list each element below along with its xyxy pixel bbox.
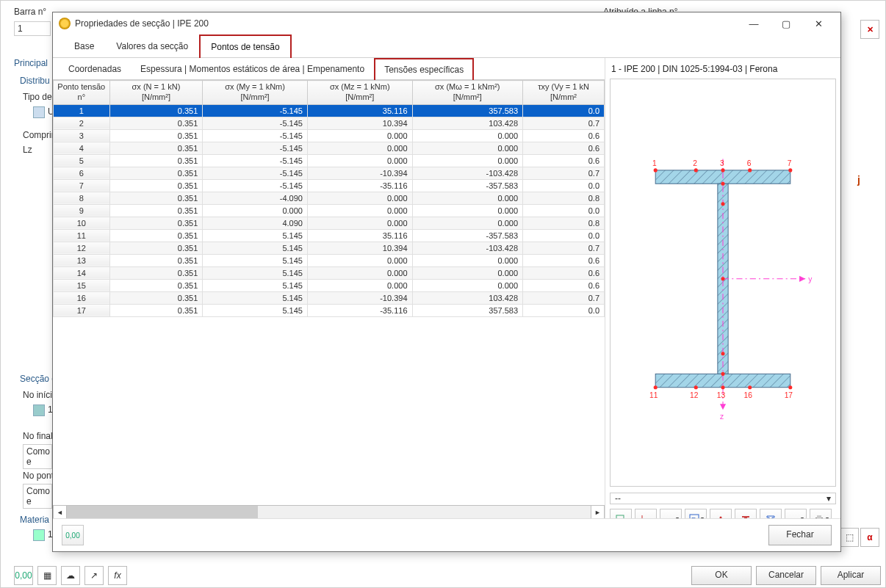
cell[interactable]: 103.428: [412, 117, 523, 129]
cell[interactable]: 0.6: [523, 154, 605, 167]
cell[interactable]: 5.145: [203, 266, 308, 279]
hscrollbar[interactable]: ◄ ►: [53, 506, 605, 518]
cell[interactable]: -5.145: [203, 179, 308, 192]
table-row[interactable]: 30.351-5.1450.0000.0000.6: [54, 129, 605, 142]
cell[interactable]: 0.6: [523, 129, 605, 142]
cell[interactable]: 0.000: [412, 154, 523, 167]
table-row[interactable]: 150.3515.1450.0000.0000.6: [54, 279, 605, 291]
scroll-right-button[interactable]: ►: [591, 505, 605, 518]
scroll-left-button[interactable]: ◄: [53, 505, 67, 518]
tool-stress-points[interactable]: [710, 509, 732, 518]
table-row[interactable]: 10.351-5.14535.116357.5830.0: [54, 104, 605, 117]
row-header[interactable]: 9: [54, 204, 110, 217]
cell[interactable]: 0.000: [307, 154, 412, 167]
stress-points-table[interactable]: Ponto tensão n° σx (N = 1 kN)[N/mm²] σx …: [53, 80, 605, 317]
cell[interactable]: 0.6: [523, 254, 605, 266]
tool-2[interactable]: ▦: [37, 566, 57, 585]
table-row[interactable]: 120.3515.14510.394-103.4280.7: [54, 242, 605, 254]
cell[interactable]: 0.351: [109, 179, 203, 192]
cell[interactable]: -5.145: [203, 154, 308, 167]
subtab-coordenadas[interactable]: Coordenadas: [59, 58, 131, 80]
row-header[interactable]: 17: [54, 304, 110, 316]
cell[interactable]: 0.000: [307, 129, 412, 142]
cell[interactable]: 0.7: [523, 242, 605, 254]
clean-icon[interactable]: α: [860, 528, 879, 547]
cell[interactable]: 4.090: [203, 217, 308, 229]
apply-button[interactable]: Aplicar: [821, 566, 881, 585]
row-header[interactable]: 10: [54, 217, 110, 229]
cell[interactable]: 35.116: [307, 229, 412, 242]
cell[interactable]: 10.394: [307, 242, 412, 254]
cell[interactable]: -10.394: [307, 167, 412, 179]
section-viewer[interactable]: y z 1 2 3 6 7 11 12 1: [610, 79, 836, 487]
cell[interactable]: -357.583: [412, 179, 523, 192]
row-header[interactable]: 2: [54, 117, 110, 129]
cell[interactable]: 0.000: [307, 266, 412, 279]
cell[interactable]: 0.351: [109, 192, 203, 204]
tool-profile-outline[interactable]: [760, 509, 782, 518]
subtab-tensoes[interactable]: Tensões específicas: [374, 58, 474, 80]
row-header[interactable]: 16: [54, 291, 110, 304]
close-button[interactable]: ✕: [802, 13, 835, 34]
cell[interactable]: 0.6: [523, 279, 605, 291]
cell[interactable]: -5.145: [203, 167, 308, 179]
new-section-icon[interactable]: ⬚: [840, 528, 859, 547]
row-header[interactable]: 15: [54, 279, 110, 291]
cell[interactable]: 0.8: [523, 217, 605, 229]
cell[interactable]: 0.000: [307, 142, 412, 154]
tool-units[interactable]: 0,00: [14, 566, 33, 585]
cell[interactable]: 0.000: [412, 254, 523, 266]
table-row[interactable]: 110.3515.14535.116-357.5830.0: [54, 229, 605, 242]
cell[interactable]: 5.145: [203, 254, 308, 266]
table-row[interactable]: 60.351-5.145-10.394-103.4280.7: [54, 167, 605, 179]
cell[interactable]: 357.583: [412, 304, 523, 316]
cell[interactable]: 0.000: [412, 217, 523, 229]
cell[interactable]: 5.145: [203, 242, 308, 254]
pick-icon[interactable]: ✕: [860, 20, 879, 39]
tool-profile-fill[interactable]: [735, 509, 757, 518]
close-dialog-button[interactable]: Fechar: [768, 525, 832, 545]
cell[interactable]: 0.351: [109, 154, 203, 167]
col-sigma-my[interactable]: σx (My = 1 kNm)[N/mm²]: [203, 81, 308, 105]
table-row[interactable]: 40.351-5.1450.0000.0000.6: [54, 142, 605, 154]
cell[interactable]: 0.351: [109, 242, 203, 254]
row-header[interactable]: 1: [54, 104, 110, 117]
cell[interactable]: -10.394: [307, 291, 412, 304]
col-sigma-mz[interactable]: σx (Mz = 1 kNm)[N/mm²]: [307, 81, 412, 105]
row-header[interactable]: 5: [54, 154, 110, 167]
table-row[interactable]: 100.3514.0900.0000.0000.8: [54, 217, 605, 229]
cell[interactable]: 0.000: [307, 217, 412, 229]
cell[interactable]: 0.000: [412, 266, 523, 279]
tool-dimensions[interactable]: ▾: [660, 509, 682, 518]
cell[interactable]: 0.6: [523, 266, 605, 279]
como1-input[interactable]: Como e: [23, 444, 52, 469]
tool-print[interactable]: ▾: [810, 509, 832, 518]
subtab-espessura[interactable]: Espessura | Momentos estáticos de área |…: [131, 58, 374, 80]
col-sigma-mw[interactable]: σx (Mω = 1 kNm²)[N/mm²]: [412, 81, 523, 105]
cell[interactable]: 0.351: [109, 217, 203, 229]
table-row[interactable]: 160.3515.145-10.394103.4280.7: [54, 291, 605, 304]
cell[interactable]: -4.090: [203, 192, 308, 204]
cell[interactable]: 0.7: [523, 117, 605, 129]
cell[interactable]: 10.394: [307, 117, 412, 129]
scroll-thumb[interactable]: [67, 506, 258, 518]
table-row[interactable]: 50.351-5.1450.0000.0000.6: [54, 154, 605, 167]
cell[interactable]: 0.351: [109, 167, 203, 179]
cell[interactable]: 0.000: [412, 192, 523, 204]
cell[interactable]: 0.000: [307, 279, 412, 291]
table-row[interactable]: 80.351-4.0900.0000.0000.8: [54, 192, 605, 204]
table-row[interactable]: 140.3515.1450.0000.0000.6: [54, 266, 605, 279]
table-row[interactable]: 170.3515.145-35.116357.5830.0: [54, 304, 605, 316]
cell[interactable]: 0.0: [523, 104, 605, 117]
row-header[interactable]: 12: [54, 242, 110, 254]
tab-base[interactable]: Base: [63, 35, 105, 58]
cell[interactable]: 0.000: [412, 279, 523, 291]
scroll-track[interactable]: [67, 505, 591, 518]
tool-3[interactable]: ☁: [61, 566, 80, 585]
cell[interactable]: 0.351: [109, 266, 203, 279]
row-header[interactable]: 11: [54, 229, 110, 242]
tool-axes[interactable]: [635, 509, 657, 518]
cell[interactable]: -357.583: [412, 229, 523, 242]
cell[interactable]: -5.145: [203, 104, 308, 117]
tab-valores[interactable]: Valores da secção: [105, 35, 199, 58]
